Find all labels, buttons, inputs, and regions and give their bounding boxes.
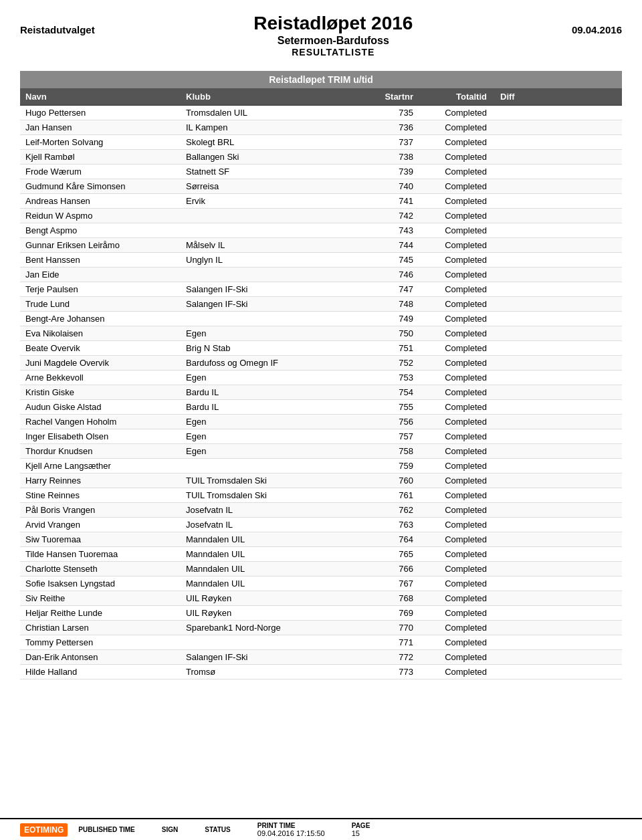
cell-klubb [186, 461, 373, 471]
cell-totaltid: Completed [427, 255, 500, 265]
cell-diff [500, 417, 617, 427]
cell-totaltid: Completed [427, 358, 500, 368]
cell-navn: Siv Reithe [25, 593, 186, 603]
cell-navn: Kjell Rambøl [25, 152, 186, 162]
table-row: Rachel Vangen Hoholm Egen 756 Completed [20, 415, 622, 429]
cell-startnr: 761 [373, 490, 427, 500]
cell-navn: Reidun W Aspmo [25, 211, 186, 221]
table-row: Frode Wærum Statnett SF 739 Completed [20, 165, 622, 179]
cell-klubb: Skolegt BRL [186, 137, 373, 147]
cell-diff [500, 299, 617, 309]
cell-klubb: Egen [186, 431, 373, 441]
cell-navn: Hugo Pettersen [25, 108, 186, 118]
col-header-navn: Navn [25, 92, 186, 102]
cell-totaltid: Completed [427, 299, 500, 309]
cell-navn: Arne Bekkevoll [25, 373, 186, 383]
cell-totaltid: Completed [427, 122, 500, 132]
cell-navn: Stine Reinnes [25, 490, 186, 500]
cell-startnr: 758 [373, 446, 427, 456]
section-title-bar: Reistadløpet TRIM u/tid [20, 71, 622, 88]
cell-totaltid: Completed [427, 196, 500, 206]
cell-totaltid: Completed [427, 505, 500, 515]
col-header-diff: Diff [500, 92, 617, 102]
cell-navn: Arvid Vrangen [25, 520, 186, 530]
col-header-totaltid: Totaltid [427, 92, 500, 102]
print-time-section: PRINT TIME 09.04.2016 17:15:50 [257, 822, 325, 837]
cell-klubb: TUIL Tromsdalen Ski [186, 490, 373, 500]
cell-navn: Inger Elisabeth Olsen [25, 431, 186, 441]
cell-klubb: Ervik [186, 196, 373, 206]
table-row: Jan Eide 746 Completed [20, 268, 622, 282]
cell-totaltid: Completed [427, 520, 500, 530]
cell-startnr: 738 [373, 152, 427, 162]
cell-navn: Hilde Halland [25, 667, 186, 677]
cell-diff [500, 564, 617, 574]
cell-totaltid: Completed [427, 446, 500, 456]
cell-startnr: 769 [373, 608, 427, 618]
table-header: Navn Klubb Startnr Totaltid Diff [20, 88, 622, 106]
table-row: Juni Magdele Overvik Bardufoss og Omegn … [20, 356, 622, 371]
org-name: Reistadutvalget [20, 12, 95, 35]
cell-startnr: 747 [373, 284, 427, 294]
cell-totaltid: Completed [427, 490, 500, 500]
cell-totaltid: Completed [427, 387, 500, 397]
cell-navn: Gunnar Eriksen Leiråmo [25, 240, 186, 250]
cell-startnr: 773 [373, 667, 427, 677]
cell-navn: Dan-Erik Antonsen [25, 652, 186, 662]
table-row: Hugo Pettersen Tromsdalen UIL 735 Comple… [20, 106, 622, 120]
cell-startnr: 763 [373, 520, 427, 530]
cell-totaltid: Completed [427, 431, 500, 441]
cell-navn: Audun Giske Alstad [25, 402, 186, 412]
cell-navn: Andreas Hansen [25, 196, 186, 206]
cell-totaltid: Completed [427, 667, 500, 677]
sign-section: SIGN [162, 826, 178, 833]
cell-klubb: Salangen IF-Ski [186, 284, 373, 294]
cell-totaltid: Completed [427, 373, 500, 383]
cell-startnr: 757 [373, 431, 427, 441]
table-row: Audun Giske Alstad Bardu IL 755 Complete… [20, 400, 622, 415]
cell-klubb: Salangen IF-Ski [186, 652, 373, 662]
cell-startnr: 767 [373, 579, 427, 589]
cell-startnr: 771 [373, 637, 427, 647]
table-row: Tommy Pettersen 771 Completed [20, 635, 622, 650]
cell-startnr: 745 [373, 255, 427, 265]
cell-totaltid: Completed [427, 343, 500, 353]
cell-klubb: Unglyn IL [186, 255, 373, 265]
cell-navn: Sofie Isaksen Lyngstad [25, 579, 186, 589]
event-subtitle: Setermoen-Bardufoss [253, 35, 413, 47]
cell-startnr: 752 [373, 358, 427, 368]
cell-navn: Bengt Aspmo [25, 225, 186, 235]
cell-startnr: 735 [373, 108, 427, 118]
cell-diff [500, 608, 617, 618]
table-body: Hugo Pettersen Tromsdalen UIL 735 Comple… [20, 106, 622, 679]
event-title: Reistadløpet 2016 [253, 12, 413, 35]
cell-navn: Kjell Arne Langsæther [25, 461, 186, 471]
cell-navn: Terje Paulsen [25, 284, 186, 294]
table-row: Hilde Halland Tromsø 773 Completed [20, 665, 622, 679]
cell-klubb: Statnett SF [186, 167, 373, 177]
eotiming-logo: EOTIMING [20, 823, 68, 837]
cell-totaltid: Completed [427, 240, 500, 250]
cell-diff [500, 476, 617, 486]
cell-totaltid: Completed [427, 270, 500, 280]
cell-startnr: 754 [373, 387, 427, 397]
cell-startnr: 743 [373, 225, 427, 235]
cell-klubb: Manndalen UIL [186, 579, 373, 589]
table-row: Christian Larsen Sparebank1 Nord-Norge 7… [20, 621, 622, 635]
cell-diff [500, 623, 617, 633]
cell-diff [500, 461, 617, 471]
cell-totaltid: Completed [427, 549, 500, 559]
status-section: STATUS [205, 826, 231, 833]
table-row: Kjell Rambøl Ballangen Ski 738 Completed [20, 150, 622, 165]
cell-navn: Thordur Knudsen [25, 446, 186, 456]
table-row: Terje Paulsen Salangen IF-Ski 747 Comple… [20, 282, 622, 297]
cell-klubb: Målselv IL [186, 240, 373, 250]
cell-navn: Juni Magdele Overvik [25, 358, 186, 368]
cell-startnr: 750 [373, 328, 427, 338]
cell-startnr: 753 [373, 373, 427, 383]
cell-navn: Leif-Morten Solvang [25, 137, 186, 147]
cell-klubb: Egen [186, 446, 373, 456]
cell-klubb: Bardu IL [186, 402, 373, 412]
cell-klubb [186, 211, 373, 221]
cell-klubb: IL Kampen [186, 122, 373, 132]
